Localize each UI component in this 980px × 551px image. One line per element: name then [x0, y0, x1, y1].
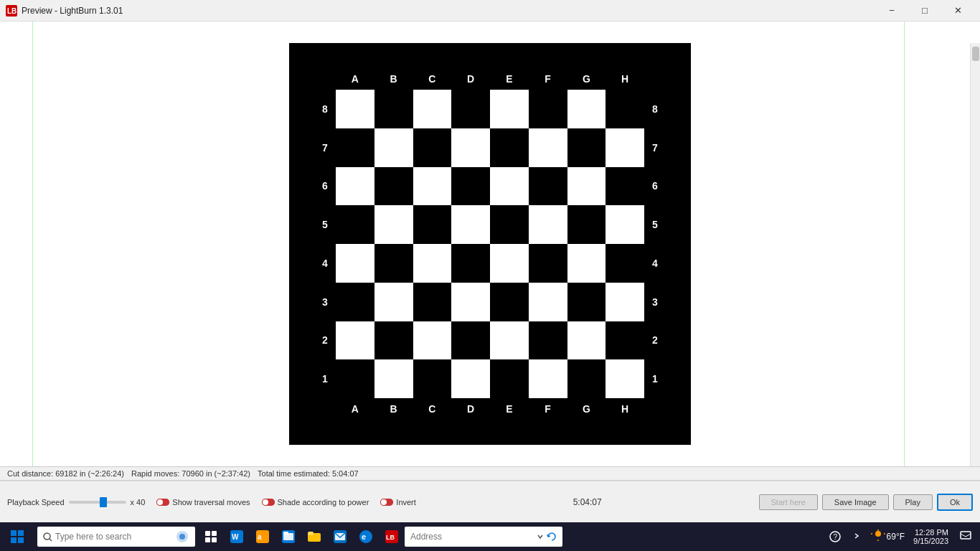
weather-widget[interactable]: 69°F: [868, 529, 908, 544]
chess-cell: [490, 359, 529, 398]
show-traversal-label: Show traversal moves: [172, 498, 250, 507]
chess-cell: [529, 283, 567, 321]
save-image-button[interactable]: Save Image: [822, 494, 889, 510]
shade-power-label: Shade according to power: [278, 498, 369, 507]
playback-speed-label: Playback Speed: [7, 498, 65, 507]
row-num-5-left: 5: [314, 205, 336, 244]
maximize-button[interactable]: □: [908, 0, 941, 22]
folder-button[interactable]: [301, 522, 327, 551]
amazon-button[interactable]: a: [250, 522, 275, 551]
help-button[interactable]: ?: [825, 522, 845, 551]
chess-cell: [606, 128, 644, 167]
chess-cell: [413, 90, 452, 128]
start-here-button[interactable]: Start here: [759, 494, 818, 510]
folder-icon: [308, 530, 321, 543]
files-button[interactable]: [275, 522, 301, 551]
notification-icon: [960, 531, 971, 542]
row-num-5-right: 5: [644, 205, 666, 244]
amazon-icon: a: [256, 530, 269, 543]
show-traversal-group[interactable]: Show traversal moves: [156, 498, 250, 507]
chess-cell: [336, 205, 374, 244]
invert-toggle[interactable]: [380, 499, 393, 506]
clock[interactable]: 12:28 PM 9/15/2023: [909, 522, 953, 551]
mail-icon: [334, 530, 347, 543]
chess-grid: [336, 90, 644, 398]
start-button[interactable]: [0, 522, 34, 551]
edge-button[interactable]: e: [353, 522, 379, 551]
weather-icon: [871, 529, 885, 544]
col-label-e-bottom: E: [490, 403, 529, 415]
app-icon: LB: [6, 5, 17, 17]
svg-rect-28: [308, 532, 314, 535]
svg-rect-11: [18, 537, 24, 543]
lightburn-taskbar-button[interactable]: LB: [379, 522, 405, 551]
scrollbar-thumb[interactable]: [972, 47, 979, 61]
svg-rect-18: [205, 537, 210, 542]
col-label-e-top: E: [490, 73, 529, 85]
task-view-button[interactable]: [198, 522, 224, 551]
svg-rect-8: [11, 530, 17, 536]
chess-cell: [451, 244, 490, 283]
cut-distance-text: Cut distance: 69182 in (~2:26:24): [7, 469, 124, 478]
row-num-3-right: 3: [644, 283, 666, 321]
minimize-button[interactable]: −: [875, 0, 908, 22]
search-box[interactable]: [37, 527, 195, 547]
slider-thumb: [100, 497, 107, 507]
close-button[interactable]: ✕: [941, 0, 974, 22]
row-numbers-right: 8 7 6 5 4 3 2 1: [644, 90, 666, 398]
scrollbar[interactable]: [970, 43, 980, 466]
chess-cell: [606, 90, 644, 128]
help-icon: ?: [829, 531, 841, 542]
row-num-1-left: 1: [314, 359, 336, 398]
chess-cell: [451, 128, 490, 167]
guide-line-left: [32, 22, 33, 466]
chess-cell: [490, 128, 529, 167]
shade-power-toggle[interactable]: [262, 499, 275, 506]
svg-line-43: [961, 534, 966, 537]
chess-cell: [413, 359, 452, 398]
row-num-8-right: 8: [644, 90, 666, 128]
search-input[interactable]: [55, 532, 172, 542]
address-dropdown-icon[interactable]: [537, 533, 544, 540]
show-traversal-toggle[interactable]: [156, 499, 169, 506]
chess-cell: [529, 128, 567, 167]
main-canvas: A B C D E F G H 8 7 6 5 4 3: [0, 22, 980, 466]
address-bar[interactable]: [405, 527, 562, 547]
col-label-b-bottom: B: [374, 403, 413, 415]
play-button[interactable]: Play: [893, 494, 933, 510]
row-num-3-left: 3: [314, 283, 336, 321]
chess-cell: [451, 321, 490, 360]
svg-point-5: [263, 499, 268, 505]
chess-cell: [336, 244, 374, 283]
playback-speed-slider[interactable]: [69, 501, 126, 504]
svg-text:?: ?: [833, 533, 837, 541]
chess-cell: [529, 205, 567, 244]
chess-cell: [567, 128, 606, 167]
chess-cell: [606, 244, 644, 283]
chevron-icon: [853, 533, 860, 540]
ok-button[interactable]: Ok: [937, 494, 973, 511]
chess-cell: [374, 359, 413, 398]
chess-cell: [490, 167, 529, 206]
mail-button[interactable]: [327, 522, 353, 551]
windows-store-button[interactable]: W: [224, 522, 250, 551]
chess-cell: [567, 321, 606, 360]
chess-cell: [451, 167, 490, 206]
notification-button[interactable]: [954, 522, 977, 551]
svg-text:LB: LB: [7, 7, 17, 15]
col-label-g-bottom: G: [567, 403, 606, 415]
chevron-button[interactable]: [847, 522, 867, 551]
chess-cell: [606, 283, 644, 321]
row-num-7-right: 7: [644, 128, 666, 167]
invert-group[interactable]: Invert: [380, 498, 416, 507]
col-label-c-bottom: C: [413, 403, 452, 415]
row-num-2-right: 2: [644, 321, 666, 360]
svg-rect-17: [212, 531, 217, 536]
shade-power-group[interactable]: Shade according to power: [262, 498, 369, 507]
address-refresh-icon[interactable]: [547, 532, 557, 542]
address-input[interactable]: [410, 532, 534, 542]
col-label-c-top: C: [413, 73, 452, 85]
chess-cell: [374, 128, 413, 167]
chess-cell: [490, 244, 529, 283]
svg-point-15: [179, 534, 185, 540]
